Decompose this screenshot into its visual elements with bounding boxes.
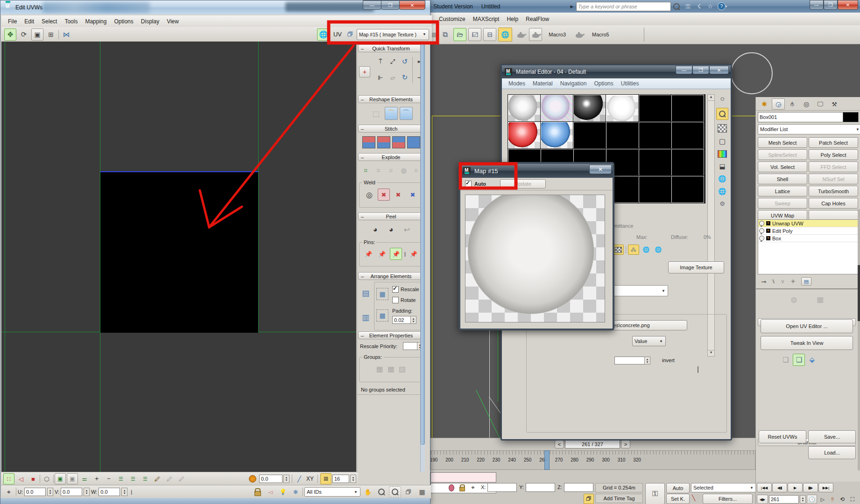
align-vertical-icon[interactable] bbox=[375, 72, 386, 83]
map-texture-dropdown[interactable]: Map #15 ( Image Texture ) bbox=[357, 29, 429, 40]
stitch-custom-icon[interactable] bbox=[362, 136, 375, 148]
tweak-in-view-button[interactable]: Tweak In View bbox=[761, 336, 853, 350]
paint-select-icon[interactable] bbox=[152, 473, 163, 484]
restore-button[interactable]: ❐ bbox=[824, 0, 838, 10]
modifier-button[interactable]: Vol. Select bbox=[758, 161, 807, 172]
sample-type-icon[interactable] bbox=[719, 94, 725, 104]
material-sample-slot[interactable] bbox=[573, 122, 606, 149]
material-sample-slot[interactable] bbox=[573, 95, 606, 122]
favorites-star-icon[interactable] bbox=[705, 2, 716, 11]
peel-header[interactable]: Peel bbox=[358, 212, 424, 220]
uv-transform-icon[interactable] bbox=[782, 355, 789, 364]
help-icon[interactable]: ?▾ bbox=[716, 2, 729, 11]
grow-selection-icon[interactable] bbox=[55, 473, 66, 484]
main-menu-item[interactable]: RealFlow bbox=[522, 15, 553, 23]
material-sample-slot[interactable] bbox=[671, 176, 704, 203]
soft-selection-field[interactable]: 0.0 bbox=[259, 475, 282, 483]
stitch-average-icon[interactable] bbox=[377, 136, 390, 148]
highlight-backfaces-icon[interactable] bbox=[277, 486, 289, 497]
rotate-tool-icon[interactable] bbox=[18, 28, 30, 41]
paint-grow-icon[interactable] bbox=[164, 473, 175, 484]
freeform-tool-icon[interactable] bbox=[45, 28, 57, 41]
stack-item[interactable]: + Edit Poly bbox=[758, 227, 858, 235]
expand-icon[interactable]: + bbox=[766, 229, 770, 233]
make-unique-icon[interactable] bbox=[780, 278, 785, 285]
material-sample-slot[interactable] bbox=[508, 122, 541, 149]
modifier-button[interactable]: SplineSelect bbox=[758, 149, 807, 160]
unpin-icon[interactable] bbox=[376, 248, 388, 260]
modifier-button[interactable]: Poly Select bbox=[809, 149, 858, 160]
visibility-bulb-icon[interactable] bbox=[759, 221, 764, 226]
material-sample-slot[interactable] bbox=[541, 95, 573, 122]
weld-all-icon[interactable] bbox=[392, 189, 404, 201]
edit-uvws-menu-item[interactable]: Options bbox=[110, 17, 137, 26]
material-id-dropdown[interactable]: All IDs bbox=[304, 487, 360, 497]
break-icon[interactable] bbox=[373, 165, 384, 176]
minimize-button[interactable]: — bbox=[810, 0, 824, 10]
video-color-check-icon[interactable] bbox=[718, 150, 727, 158]
key-filter-selected-dropdown[interactable]: Selected bbox=[691, 483, 756, 492]
explode-header[interactable]: Explode bbox=[358, 153, 424, 161]
u-spinner[interactable] bbox=[47, 488, 53, 496]
edit-uvws-titlebar[interactable]: Edit UVWs — ❐ ✕ bbox=[0, 0, 430, 14]
load-button[interactable]: Load... bbox=[808, 446, 856, 459]
zoom-extents-icon[interactable] bbox=[402, 486, 415, 497]
flatten-sphere-icon[interactable] bbox=[398, 165, 409, 176]
relax-until-flat-icon[interactable] bbox=[385, 107, 398, 120]
loop-grow-icon[interactable] bbox=[127, 473, 139, 484]
pin-icon[interactable] bbox=[363, 248, 374, 260]
main-menu-item[interactable]: Customize bbox=[435, 15, 469, 23]
material-editor-close[interactable]: ✕ bbox=[709, 66, 729, 74]
edit-uvws-close[interactable]: ✕ bbox=[399, 0, 425, 10]
value-dropdown[interactable]: Value bbox=[632, 336, 666, 346]
loop-icon[interactable] bbox=[115, 473, 127, 484]
macro-teapot-icon[interactable] bbox=[572, 28, 585, 41]
infocenter-arrow[interactable]: ▶ bbox=[570, 4, 573, 9]
group-create-icon[interactable] bbox=[376, 364, 384, 374]
material-sample-slot[interactable] bbox=[639, 176, 671, 203]
open-uv-editor-button[interactable]: Open UV Editor ... bbox=[761, 319, 853, 333]
v-field[interactable]: 0.0 bbox=[61, 488, 82, 496]
save-button[interactable]: Save... bbox=[808, 430, 856, 443]
material-sample-slot[interactable] bbox=[639, 149, 671, 176]
u-field[interactable]: 0.0 bbox=[24, 488, 46, 496]
communication-icon[interactable] bbox=[693, 2, 705, 11]
modifier-button[interactable]: FFD Select bbox=[809, 161, 858, 172]
absolute-typein-icon[interactable]: + bbox=[359, 66, 370, 77]
select-row-icon[interactable] bbox=[79, 473, 90, 484]
render-production-icon[interactable] bbox=[529, 28, 542, 41]
stack-item[interactable]: + Unwrap UVW bbox=[758, 220, 858, 227]
close-button[interactable]: ✕ bbox=[838, 0, 858, 10]
explode-seams-icon[interactable] bbox=[360, 165, 372, 176]
uv-bulb-icon[interactable] bbox=[793, 354, 805, 366]
quick-peel-icon[interactable] bbox=[369, 224, 381, 236]
mini-curve-icon[interactable] bbox=[818, 495, 827, 504]
pin-select-icon[interactable] bbox=[408, 248, 419, 260]
stack-item[interactable]: + Box bbox=[758, 235, 858, 242]
edge-distance-spinner[interactable] bbox=[350, 475, 356, 483]
soft-selection-spinner[interactable] bbox=[283, 475, 289, 483]
display-tab-icon[interactable] bbox=[814, 98, 827, 110]
material-sample-slot[interactable] bbox=[671, 122, 704, 149]
plus-icon[interactable] bbox=[91, 473, 102, 484]
move-tool-icon[interactable] bbox=[4, 28, 16, 41]
macro3-button[interactable]: Macro3 bbox=[549, 32, 566, 37]
y-field[interactable] bbox=[526, 483, 555, 492]
group-select-icon[interactable] bbox=[398, 364, 406, 374]
add-time-tag[interactable]: Add Time Tag bbox=[595, 494, 643, 503]
main-menu-item[interactable]: MAXScript bbox=[469, 15, 503, 23]
falloff-space-label[interactable]: XY bbox=[306, 476, 314, 482]
time-config-icon[interactable] bbox=[807, 495, 817, 504]
visibility-bulb-icon[interactable] bbox=[759, 236, 764, 241]
material-editor-minimize[interactable]: — bbox=[676, 66, 692, 74]
playback-button[interactable]: ▶▶| bbox=[818, 483, 833, 492]
reshape-elements-header[interactable]: Reshape Elements bbox=[358, 95, 424, 103]
pin-live-icon[interactable] bbox=[390, 248, 402, 260]
invert-checkbox[interactable] bbox=[698, 366, 698, 373]
loop-shrink-icon[interactable] bbox=[140, 473, 151, 484]
rotate-ccw-icon[interactable] bbox=[399, 56, 410, 67]
modifier-button[interactable]: NSurf Sel bbox=[809, 174, 858, 184]
macro5-button[interactable]: Macro5 bbox=[592, 32, 609, 37]
backlight-icon[interactable] bbox=[716, 108, 728, 120]
pack-scale-icon[interactable] bbox=[359, 311, 372, 324]
